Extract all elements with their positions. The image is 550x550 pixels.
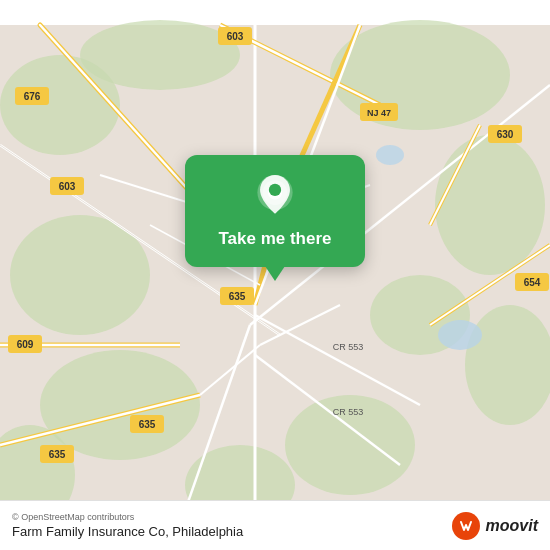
svg-text:676: 676 xyxy=(24,91,41,102)
svg-text:635: 635 xyxy=(229,291,246,302)
svg-point-12 xyxy=(438,320,482,350)
moovit-logo[interactable]: moovit xyxy=(452,512,538,540)
svg-text:654: 654 xyxy=(524,277,541,288)
svg-text:609: 609 xyxy=(17,339,34,350)
svg-point-66 xyxy=(269,184,281,196)
bottom-left-info: © OpenStreetMap contributors Farm Family… xyxy=(12,512,243,539)
svg-point-2 xyxy=(80,20,240,90)
svg-text:603: 603 xyxy=(227,31,244,42)
bottom-bar: © OpenStreetMap contributors Farm Family… xyxy=(0,500,550,550)
popup-card: Take me there xyxy=(185,155,365,267)
svg-point-4 xyxy=(435,135,545,275)
copyright-text: © OpenStreetMap contributors xyxy=(12,512,243,522)
svg-text:635: 635 xyxy=(139,419,156,430)
svg-text:CR 553: CR 553 xyxy=(333,407,364,417)
location-name: Farm Family Insurance Co, Philadelphia xyxy=(12,524,243,539)
moovit-text: moovit xyxy=(486,517,538,535)
location-pin-icon xyxy=(253,175,297,219)
svg-text:NJ 47: NJ 47 xyxy=(367,108,391,118)
svg-text:630: 630 xyxy=(497,129,514,140)
svg-point-13 xyxy=(376,145,404,165)
svg-text:CR 553: CR 553 xyxy=(333,342,364,352)
svg-text:603: 603 xyxy=(59,181,76,192)
svg-text:635: 635 xyxy=(49,449,66,460)
map-container: 676 603 603 NJ 47 630 654 635 609 CR 553… xyxy=(0,0,550,550)
take-me-there-button[interactable]: Take me there xyxy=(218,229,331,249)
moovit-icon xyxy=(452,512,480,540)
